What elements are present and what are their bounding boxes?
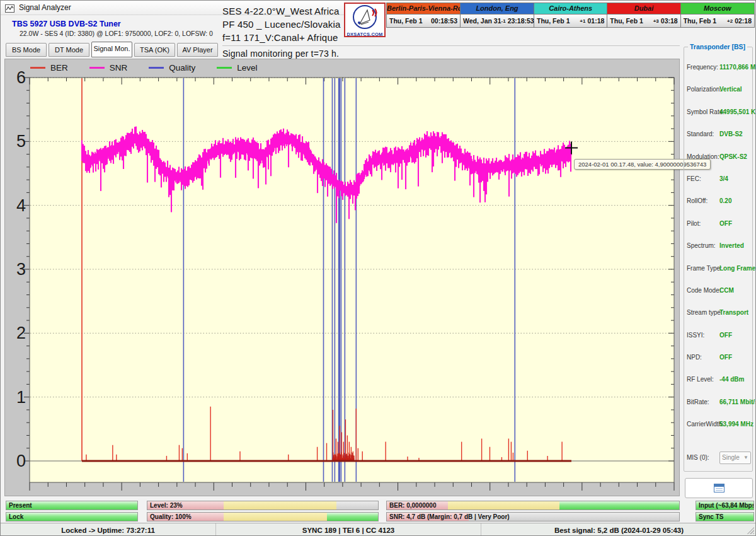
bar-segment-green (327, 513, 378, 521)
tab-signal-mon-[interactable]: Signal Mon. (91, 42, 132, 57)
clock-day: Thu, Feb 1 (389, 17, 429, 25)
ts-analysis-button[interactable] (685, 478, 753, 498)
transponder-row-value: 0.20 (719, 197, 731, 204)
snr-bar: SNR: 4,7 dB (Margin: 0,7 dB | Very Poor) (386, 512, 680, 521)
legend-item-level: Level (217, 63, 257, 73)
transponder-row: NPD:OFF (687, 354, 751, 376)
clock-city-label: Moscow (681, 3, 754, 15)
bar-segment-yellow (448, 501, 559, 510)
clock-hhmmss: 01:18 (587, 17, 604, 25)
clock-dubai: DubaiThu, Feb 1+303:18 (607, 3, 680, 27)
bar-label: Sync TS (699, 513, 723, 520)
bar-label: Input (~63,84 Mbps) (699, 502, 754, 509)
clock-time: Thu, Feb 1+303:18 (607, 15, 680, 27)
transponder-row-label: Standard: (687, 131, 718, 137)
transponder-row-value: 3/4 (719, 175, 728, 182)
transponder-row-value: 66,711 Mbit/s (719, 399, 756, 405)
chart-legend: BERSNRQualityLevel (5, 61, 258, 74)
clock-hhmmss: 02:18 (735, 17, 752, 25)
transponder-row-value: OFF (719, 220, 732, 227)
transponder-row-value: DVB-S2 (719, 131, 743, 137)
y-axis-label: 2 (16, 323, 26, 342)
transponder-row-value: 53,994 MHz (719, 421, 753, 428)
level-bar: Level: 23% (147, 501, 379, 510)
clock-time: Wed, Jan 31-123:18:53 (461, 15, 534, 27)
transponder-row-label: ISSYI: (687, 332, 718, 339)
transponder-row: Frame Type:Long Frame (687, 265, 751, 287)
transponder-row-value: -44 dBm (719, 376, 744, 383)
quality-bar: Quality: 100% (147, 512, 379, 521)
transponder-row: Frequency:11170,866 MHz (687, 64, 751, 86)
y-axis-label: 4 (16, 196, 26, 215)
transponder-row: RollOff:0.20 (687, 197, 751, 219)
bar-label: Present (9, 502, 32, 509)
transponder-row: Stream type:Transport (687, 309, 751, 331)
table-icon (714, 484, 724, 492)
bar-label: Quality: 100% (150, 513, 192, 520)
transponder-row-label: Symbol Rate: (687, 108, 718, 115)
world-clocks: Berlin-Paris-Vienna-RomaThu, Feb 100:18:… (386, 3, 755, 28)
legend-label: Level (237, 63, 257, 73)
satellite-dish-icon (346, 4, 384, 30)
y-axis-label: 3 (16, 260, 26, 279)
tab-bs-mode[interactable]: BS Mode (6, 43, 47, 57)
clock-day: Wed, Jan 31 (463, 17, 501, 25)
transponder-row-value: Long Frame (719, 265, 755, 272)
transponder-row: Standard:DVB-S2 (687, 131, 751, 153)
transponder-row: Polarization:Vertical (687, 86, 751, 108)
transponder-groupbox: Transponder [BS] Frequency:11170,866 MHz… (684, 47, 753, 472)
legend-item-snr: SNR (89, 63, 128, 73)
legend-swatch (217, 67, 232, 69)
bar-segment-green (559, 501, 679, 510)
transponder-row: Pilot:OFF (687, 220, 751, 242)
clock-city-label: Cairo-Athens (534, 3, 607, 15)
transponder-title: Transponder [BS] (688, 43, 747, 50)
clock-utc-offset: +1 (580, 18, 585, 24)
clock-day: Thu, Feb 1 (684, 17, 727, 25)
mis-select[interactable]: Single▼ (719, 452, 751, 464)
transponder-rows: Frequency:11170,866 MHzPolarization:Vert… (687, 64, 751, 465)
transponder-row-label: RF Level: (687, 376, 718, 383)
frequency-title: f=11 171_V:Canal+ Afrique (222, 31, 689, 44)
legend-swatch (30, 67, 45, 69)
mis-row: MIS (0):Single▼ (687, 451, 751, 465)
clock-cairo-athens: Cairo-AthensThu, Feb 1+101:18 (534, 3, 607, 27)
bar-label: BER: 0,0000000 (389, 502, 437, 509)
clock-time: Thu, Feb 1+101:18 (534, 15, 607, 27)
clock-berlin-paris-vienna-roma: Berlin-Paris-Vienna-RomaThu, Feb 100:18:… (387, 3, 461, 27)
transponder-row-label: Modulation: (687, 153, 718, 160)
y-axis-label: 1 (16, 388, 26, 407)
transponder-row-value: OFF (719, 332, 732, 339)
tab-bar: BS ModeDT ModeSignal Mon.TSA (OK)AV Play… (6, 43, 218, 57)
bar-segment-gray (336, 501, 378, 510)
chart-plot-area[interactable]: 0123456 (5, 59, 680, 497)
sync-ts-indicator: Sync TS (696, 512, 754, 521)
transponder-row: Symbol Rate:44995,501 KS/s (687, 108, 751, 131)
clock-city-label: Dubai (607, 3, 680, 15)
tab-dt-mode[interactable]: DT Mode (49, 43, 89, 57)
transponder-row: CarrierWidth:53,994 MHz (687, 421, 751, 443)
tab-av-player[interactable]: AV Player (177, 43, 218, 57)
transponder-row-label: BitRate: (687, 399, 718, 405)
bar-label: Lock (9, 513, 23, 520)
statusbar-section-1: SYNC 189 | TEI 6 | CC 4123 (216, 523, 481, 536)
bar-segment-yellow (224, 501, 336, 510)
clock-city-label: London, Eng (461, 3, 534, 15)
transponder-row-value: Transport (719, 309, 748, 316)
transponder-row-value: 44995,501 KS/s (719, 108, 756, 115)
monitoring-subtitle: Signal monitoring per t=73 h. (222, 45, 680, 60)
legend-swatch (149, 67, 164, 69)
transponder-row-value: QPSK-S2 (719, 153, 747, 160)
bar-label: SNR: 4,7 dB (Margin: 0,7 dB | Very Poor) (389, 513, 510, 520)
dxsatcs-logo: DXSATCS.COM (344, 3, 386, 37)
signal-monitor-chart[interactable]: BERSNRQualityLevel 0123456 2024-02-01 00… (4, 59, 680, 496)
tab-tsa-ok-[interactable]: TSA (OK) (134, 43, 175, 57)
tuner-details: 22.0W - SES 4 (ID: 3380) @ LOF1: 9750000… (20, 30, 213, 37)
transponder-row-label: RollOff: (687, 197, 718, 204)
clock-london-eng: London, EngWed, Jan 31-123:18:53 (461, 3, 534, 27)
resize-grip[interactable] (747, 527, 754, 534)
legend-label: Quality (169, 63, 195, 73)
legend-item-quality: Quality (149, 63, 195, 73)
transponder-row-value: CCM (719, 287, 734, 294)
transponder-row-label: Frame Type: (687, 265, 718, 272)
